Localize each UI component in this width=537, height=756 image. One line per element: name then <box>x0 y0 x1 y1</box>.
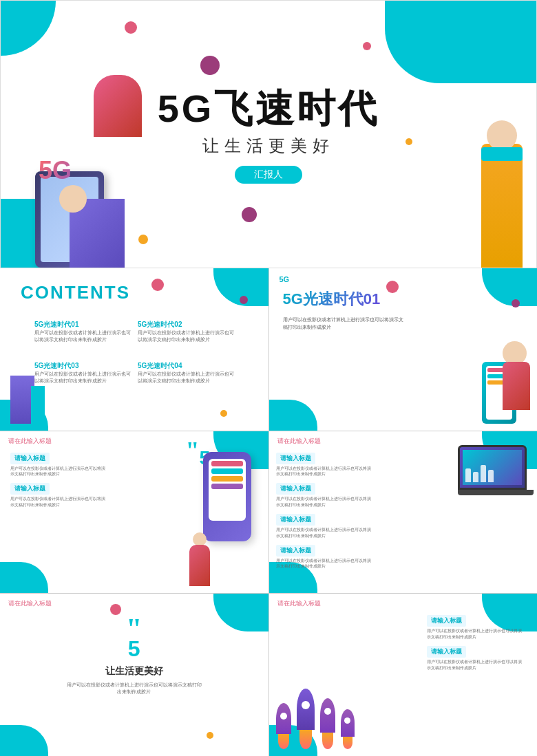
rocket3-flame <box>322 733 333 749</box>
s5-item2-desc: 用户可以在投影仪或者计算机上进行演示也可以将演示文稿打印出来制作成胶片 <box>276 496 372 508</box>
laptop-base <box>458 490 534 495</box>
slide4-content: 请输入标题 用户可以在投影仪或者计算机上进行演示也可以将演示文稿打印出来制作成胶… <box>10 451 107 512</box>
contents-item-2: 5G光速时代02 用户可以在投影仪或者计算机上进行演示也可以将演示文稿打印出来制… <box>138 320 234 343</box>
item3-title: 5G光速时代03 <box>34 361 131 371</box>
s5-item-3: 请输入标题 用户可以在投影仪或者计算机上进行演示也可以将演示文稿打印出来制作成胶… <box>276 512 372 539</box>
s5-item2-title: 请输入标题 <box>276 483 315 495</box>
slide5-label: 请在此输入标题 <box>277 437 321 446</box>
rocket1-body <box>276 703 291 734</box>
cyan-wave-tr-3 <box>482 268 537 306</box>
cyan-wave-bl-3 <box>269 400 317 431</box>
page-container: 5G 5G飞速时代 让生活更美好 汇报人 <box>0 0 537 756</box>
small-girl-body <box>189 545 210 586</box>
slide6-text: 让生活更美好 <box>65 665 203 678</box>
chart-bar-3 <box>481 465 486 482</box>
item2-desc: 用户可以在投影仪或者计算机上进行演示也可以将演示文稿打印出来制作成胶片 <box>138 330 234 343</box>
item4-desc: 用户可以在投影仪或者计算机上进行演示也可以将演示文稿打印出来制作成胶片 <box>138 371 234 385</box>
slide6-quote-area: " 5 让生活更美好 用户可以在投影仪或者计算机上进行演示也可以将演示文稿打印出… <box>65 614 203 695</box>
slide3-desc: 用户可以在投影仪或者计算机上进行演示也可以将演示文稿打印出来制作成胶片 <box>283 316 407 331</box>
s6-dot-2 <box>207 732 213 739</box>
screen-bar-pink <box>211 461 243 466</box>
cyan-top-left <box>1 1 56 56</box>
s7-item1-desc: 用户可以在投影仪或者计算机上进行演示也可以将演示文稿打印出来制作成胶片 <box>427 628 523 640</box>
s5-item-2: 请输入标题 用户可以在投影仪或者计算机上进行演示也可以将演示文稿打印出来制作成胶… <box>276 481 372 508</box>
s6-dot-1 <box>110 604 121 615</box>
rocket-1 <box>276 703 291 749</box>
slide-rockets: 请在此输入标题 <box>269 594 538 756</box>
s7-item1-title: 请输入标题 <box>427 615 466 627</box>
rocket4-window <box>344 717 350 724</box>
slides-grid: CONTENTS 5G光速时代01 用户可以在投影仪或者计算机上进行演示也可以将… <box>0 268 537 756</box>
slide7-content: 请输入标题 用户可以在投影仪或者计算机上进行演示也可以将演示文稿打印出来制作成胶… <box>427 613 530 675</box>
slide3-illustration <box>454 341 530 424</box>
rocket1-window <box>280 713 287 720</box>
cyan-wave-bl-4 <box>0 562 48 593</box>
s5-item-1: 请输入标题 用户可以在投影仪或者计算机上进行演示也可以将演示文稿打印出来制作成胶… <box>276 451 372 477</box>
s4-item-1: 请输入标题 用户可以在投影仪或者计算机上进行演示也可以将演示文稿打印出来制作成胶… <box>10 451 107 477</box>
right-figure-body <box>481 144 523 268</box>
phone3d-area: " 5 <box>182 435 265 548</box>
small-girl-head <box>193 532 207 546</box>
s5-item3-desc: 用户可以在投影仪或者计算机上进行演示也可以将演示文稿打印出来制作成胶片 <box>276 527 372 539</box>
slide-content-phone: 请在此输入标题 请输入标题 用户可以在投影仪或者计算机上进行演示也可以将演示文稿… <box>0 431 268 594</box>
decor-dot-3 <box>200 56 220 75</box>
s5-item3-title: 请输入标题 <box>276 514 315 526</box>
s2-dot-2 <box>240 296 248 304</box>
contents-item-1: 5G光速时代01 用户可以在投影仪或者计算机上进行演示也可以将演示文稿打印出来制… <box>34 320 131 343</box>
cyan-top-right <box>385 1 536 83</box>
slide5-content: 请输入标题 用户可以在投影仪或者计算机上进行演示也可以将演示文稿打印出来制作成胶… <box>276 451 372 574</box>
s5-item4-desc: 用户可以在投影仪或者计算机上进行演示也可以将演示文稿打印出来制作成胶片 <box>276 558 372 570</box>
rocket4-body <box>341 709 355 737</box>
rocket-4 <box>341 709 355 749</box>
slide7-label: 请在此输入标题 <box>277 599 321 608</box>
s2-dot-3 <box>220 410 227 417</box>
phone3d-screen <box>209 459 246 521</box>
girl-head <box>59 185 87 213</box>
reporter-badge: 汇报人 <box>235 166 302 184</box>
rockets-group <box>276 689 355 749</box>
s7-item-1: 请输入标题 用户可以在投影仪或者计算机上进行演示也可以将演示文稿打印出来制作成胶… <box>427 613 530 640</box>
item3-desc: 用户可以在投影仪或者计算机上进行演示也可以将演示文稿打印出来制作成胶片 <box>34 371 131 385</box>
screen-bar-purple <box>211 484 243 489</box>
slide6-quote-number: 5 <box>65 636 203 662</box>
rocket2-body <box>297 689 315 730</box>
screen-bar-orange <box>211 476 243 482</box>
contents-title: CONTENTS <box>21 282 130 303</box>
rocket2-flame <box>299 730 312 749</box>
slide6-desc: 用户可以在投影仪或者计算机上进行演示也可以将演示文稿打印出来制作成胶片 <box>65 682 203 695</box>
5g-label: 5G <box>280 275 290 283</box>
laptop-screen-inner <box>463 450 522 485</box>
slide6-label: 请在此输入标题 <box>8 599 52 608</box>
chart-bar-1 <box>465 468 471 482</box>
s4-item1-desc: 用户可以在投影仪或者计算机上进行演示也可以将演示文稿打印出来制作成胶片 <box>10 466 107 477</box>
rocket1-flame <box>278 734 289 749</box>
slide3-title: 5G光速时代01 <box>283 289 381 310</box>
chart-bar-4 <box>488 470 494 482</box>
contents-item-4: 5G光速时代04 用户可以在投影仪或者计算机上进行演示也可以将演示文稿打印出来制… <box>138 361 234 385</box>
screen-bar-cyan <box>211 468 243 474</box>
decor-dot-2 <box>363 42 371 50</box>
s3-dot-1 <box>386 281 399 293</box>
s5-item-4: 请输入标题 用户可以在投影仪或者计算机上进行演示也可以将演示文稿打印出来制作成胶… <box>276 543 372 570</box>
slide-contents: CONTENTS 5G光速时代01 用户可以在投影仪或者计算机上进行演示也可以将… <box>0 268 268 431</box>
s7-item2-title: 请输入标题 <box>427 646 466 658</box>
phone3d-body <box>203 452 251 541</box>
slide4-label: 请在此输入标题 <box>8 437 52 446</box>
slide-5g-01: 5G 5G光速时代01 用户可以在投影仪或者计算机上进行演示也可以将演示文稿打印… <box>269 268 538 431</box>
s5-item1-desc: 用户可以在投影仪或者计算机上进行演示也可以将演示文稿打印出来制作成胶片 <box>276 466 372 477</box>
decor-dot-1 <box>125 21 137 34</box>
s2-dot-1 <box>151 279 164 291</box>
item1-desc: 用户可以在投影仪或者计算机上进行演示也可以将演示文稿打印出来制作成胶片 <box>34 330 131 343</box>
s4-item1-title: 请输入标题 <box>10 453 50 464</box>
slide-content-laptop: 请在此输入标题 请 <box>269 431 538 594</box>
rocket4-flame <box>343 737 352 749</box>
s7-item2-desc: 用户可以在投影仪或者计算机上进行演示也可以将演示文稿打印出来制作成胶片 <box>427 659 523 671</box>
main-subtitle: 让生活更美好 <box>1 135 536 157</box>
girl3-body <box>503 362 530 410</box>
s4-item2-desc: 用户可以在投影仪或者计算机上进行演示也可以将演示文稿打印出来制作成胶片 <box>10 496 107 508</box>
laptop-illus <box>458 445 534 495</box>
s5-item4-title: 请输入标题 <box>276 545 315 557</box>
s5-item1-title: 请输入标题 <box>276 453 315 464</box>
bldg-side <box>31 386 45 424</box>
item2-title: 5G光速时代02 <box>138 320 234 330</box>
